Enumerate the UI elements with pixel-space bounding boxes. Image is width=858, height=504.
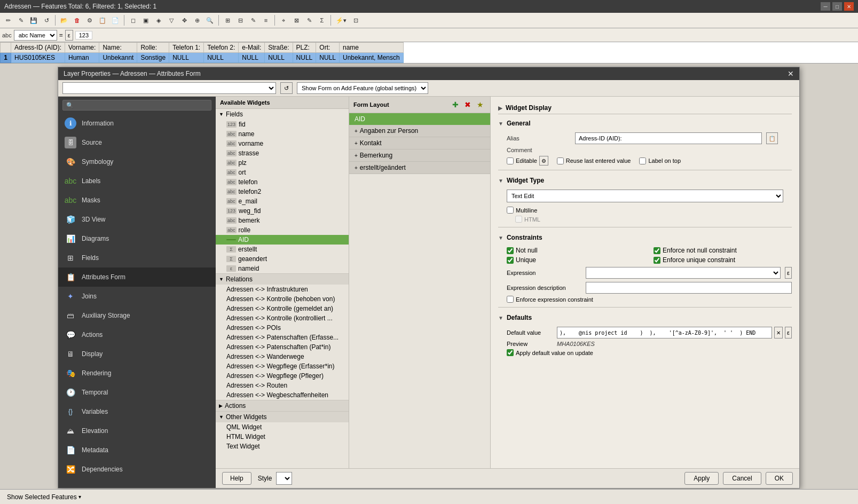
sidebar-item-rendering[interactable]: 🎭 Rendering [58,364,216,383]
constraints-header[interactable]: ▼ Constraints [498,232,792,243]
form-group-erstellt[interactable]: + erstellt/geändert [349,162,490,174]
form-group-bemerkung[interactable]: + Bemerkung [349,149,490,162]
form-layout-add-btn[interactable]: ✚ [450,99,461,110]
relation-3[interactable]: Adressen <-> Kontrolle (kontrolliert ... [216,313,349,323]
cell-ort[interactable]: NULL [316,53,340,63]
open-btn[interactable]: 📂 [58,14,70,26]
sidebar-search-input[interactable] [62,100,211,111]
field-telefon[interactable]: abc telefon [216,177,349,187]
other-widget-2[interactable]: Text Widget [216,442,349,451]
minimize-btn[interactable]: ─ [821,2,830,11]
expression-dropdown[interactable] [586,267,781,279]
other-widget-0[interactable]: QML Widget [216,422,349,432]
col-strasse[interactable]: Straße: [265,43,293,53]
style-dropdown[interactable] [276,472,292,485]
cell-tel1[interactable]: NULL [169,53,204,63]
not-null-checkbox[interactable] [507,247,514,254]
edit-btn[interactable]: ✏ [2,14,14,26]
zoom-select-btn[interactable]: ⌖ [278,14,289,26]
sidebar-item-labels[interactable]: abc Labels [58,171,216,191]
field-vorname[interactable]: abc vorname [216,139,349,148]
defaults-header[interactable]: ▼ Defaults [498,312,792,324]
cell-strasse[interactable]: NULL [265,53,293,63]
cell-plz[interactable]: NULL [293,53,316,63]
search-btn[interactable]: 🔍 [204,14,216,26]
show-selected-btn[interactable]: Show Selected Features ▾ [4,492,84,502]
maximize-btn[interactable]: □ [832,2,842,11]
widget-display-header[interactable]: ▶ Widget Display [498,102,792,114]
html-checkbox[interactable] [515,216,522,223]
cell-name[interactable]: Unbekannt [99,53,137,63]
widget-type-dropdown[interactable]: Text Edit [507,190,783,202]
editable-checkbox[interactable] [507,158,514,164]
col-email[interactable]: e-Mail: [239,43,265,53]
reload-btn[interactable]: ↺ [41,14,52,26]
select2-btn[interactable]: ▣ [140,14,152,26]
sidebar-item-actions[interactable]: 💬 Actions [58,325,216,344]
expression-edit-btn[interactable]: ε [785,267,792,279]
form-item-AID[interactable]: AID [349,113,490,125]
sidebar-item-attributes-form[interactable]: 📋 Attributes Form [58,267,216,287]
col-vorname[interactable]: Vorname: [65,43,99,53]
delete-btn[interactable]: 🗑 [71,14,83,26]
form-group-kontakt[interactable]: + Kontakt [349,137,490,149]
alias-input[interactable] [575,132,762,144]
sidebar-item-variables[interactable]: {} Variables [58,402,216,421]
relation-8[interactable]: Adressen <-> Wegpflege (Erfasser*in) [216,361,349,371]
relation-5[interactable]: Adressen <-> Patenschaften (Erfasse... [216,333,349,342]
field-AID-selected[interactable]: AID [216,235,349,245]
zoom-in-btn[interactable]: ⊕ [191,14,203,26]
sidebar-item-3dview[interactable]: 🧊 3D View [58,210,216,229]
col-name2[interactable]: name [339,43,403,53]
layer-dropdown[interactable] [62,82,276,94]
widget-type-header[interactable]: ▼ Widget Type [498,175,792,186]
field-fid[interactable]: 123 fid [216,120,349,129]
form-layout-remove-btn[interactable]: ✖ [462,99,473,110]
zoom-layer-btn[interactable]: ⊠ [290,14,302,26]
dialog-close-btn[interactable]: ✕ [788,70,794,77]
sidebar-item-joins[interactable]: ✦ Joins [58,287,216,306]
form-layout-move-btn[interactable]: ★ [475,99,486,110]
enforce-expr-checkbox[interactable] [507,296,514,303]
show-form-select[interactable]: Show Form on Add Feature (global setting… [297,82,428,94]
field-ort[interactable]: abc ort [216,168,349,177]
cell-aid[interactable]: HUS0105KES [11,53,65,63]
select-btn[interactable]: ◻ [127,14,139,26]
cancel-btn[interactable]: Cancel [723,472,761,485]
sidebar-item-display[interactable]: 🖥 Display [58,344,216,364]
config-btn[interactable]: ⚙ [84,14,96,26]
other-widget-1[interactable]: HTML Widget [216,432,349,442]
relation-4[interactable]: Adressen <-> POIs [216,323,349,333]
other-widgets-group-header[interactable]: ▼ Other Widgets [216,411,349,422]
alias-expr-btn[interactable]: 📋 [766,132,778,144]
col-aid[interactable]: Adress-ID (AID): [11,43,65,53]
relations-group-header[interactable]: ▼ Relations [216,273,349,285]
field-bemerk[interactable]: abc bemerk [216,216,349,225]
actions-group-header[interactable]: ▶ Actions [216,400,349,411]
form-group-angaben[interactable]: + Angaben zur Person [349,125,490,137]
general-header[interactable]: ▼ General [498,117,792,129]
default-value-input[interactable] [557,327,772,338]
zoom-prev-btn[interactable]: ✎ [303,14,315,26]
select3-btn[interactable]: ◈ [153,14,164,26]
field-telefon2[interactable]: abc telefon2 [216,187,349,196]
field-plz[interactable]: abc plz [216,158,349,168]
export-btn[interactable]: ✎ [247,14,259,26]
reuse-checkbox[interactable] [557,158,564,164]
fields-group-header[interactable]: ▼ Fields [216,109,349,120]
default-expr-btn[interactable]: ε [785,327,792,338]
sidebar-item-auxiliary-storage[interactable]: 🗃 Auxiliary Storage [58,306,216,325]
cell-tel2[interactable]: NULL [204,53,239,63]
paste-btn[interactable]: 📄 [109,14,121,26]
cell-name2[interactable]: Unbekannt, Mensch [339,53,403,63]
multiline-checkbox[interactable] [507,207,514,214]
save-btn[interactable]: 💾 [28,14,40,26]
ok-btn[interactable]: OK [766,472,793,485]
new-btn[interactable]: ⊞ [222,14,233,26]
default-clear-btn[interactable]: ✕ [774,327,783,338]
sidebar-item-symbology[interactable]: 🎨 Symbology [58,152,216,171]
table-row[interactable]: 1 HUS0105KES Human Unbekannt Sonstige NU… [1,53,404,63]
sidebar-item-metadata[interactable]: 📄 Metadata [58,440,216,460]
expression-desc-input[interactable] [586,282,792,294]
epsilon-btn[interactable]: ε [65,30,73,41]
